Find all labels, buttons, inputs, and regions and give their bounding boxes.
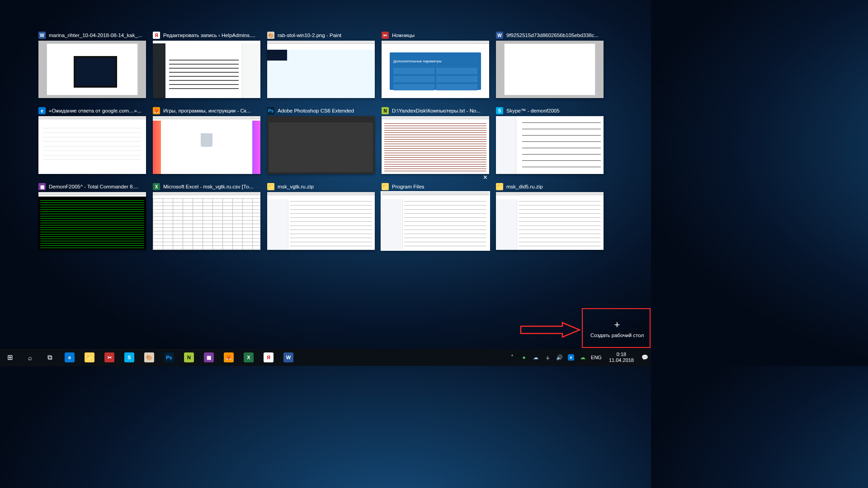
yandex-icon — [153, 32, 160, 39]
tray-edge-icon[interactable] — [567, 354, 575, 361]
window-title: 9f9252515d73d8602656b105ebd338c... — [506, 33, 604, 38]
tray-wifi-icon[interactable]: ⏚ — [544, 354, 551, 361]
tray-volume-icon[interactable]: 🔊 — [556, 354, 563, 361]
tray-action-center-icon[interactable]: 💬 — [641, 354, 648, 361]
task-view-window[interactable]: D:\YandexDisk\Компьютеры.txt - No... — [382, 106, 489, 174]
yandex-icon — [264, 352, 274, 362]
task-view-grid: marina_rihter_10-04-2018-08-14_kak_... Р… — [38, 31, 613, 250]
notepadpp-icon — [184, 352, 194, 362]
window-title: DemonF2005^ - Total Commander 8.... — [49, 184, 146, 189]
new-desktop-button[interactable]: + Создать рабочий стол — [583, 309, 651, 349]
taskbar-edge-button[interactable] — [60, 349, 80, 366]
sk-icon — [496, 107, 503, 114]
window-title: marina_rihter_10-04-2018-08-14_kak_... — [49, 33, 146, 38]
firefox-icon — [224, 352, 234, 362]
window-title: Skype™ - demonf2005 — [506, 108, 604, 113]
taskbar-search-button[interactable]: ⌕ — [20, 349, 40, 366]
taskbar: ⊞⌕⧉ ˄ ● ☁ ⏚ 🔊 ☁ ENG 0:18 11.04.2018 💬 — [0, 349, 651, 366]
window-title: «Ожидание ответа от google.com…»... — [49, 108, 146, 113]
taskbar-explorer-button[interactable] — [80, 349, 99, 366]
photoshop-icon — [164, 352, 174, 362]
new-desktop-label: Создать рабочий стол — [590, 333, 644, 338]
annotation-arrow-icon — [519, 321, 581, 339]
window-title: D:\YandexDisk\Компьютеры.txt - No... — [392, 108, 489, 113]
tray-onedrive-icon[interactable]: ☁ — [532, 354, 539, 361]
ff-icon — [153, 107, 160, 114]
window-title: Ножницы — [392, 33, 489, 38]
taskbar-word-button[interactable] — [278, 349, 298, 366]
task-view-window[interactable]: DemonF2005^ - Total Commander 8.... — [38, 182, 146, 250]
system-tray: ˄ ● ☁ ⏚ 🔊 ☁ ENG 0:18 11.04.2018 💬 — [509, 352, 651, 363]
task-view-window[interactable]: Microsoft Excel - msk_vgtk.ru.csv [То... — [153, 182, 260, 250]
xl-icon — [153, 183, 160, 190]
fld-icon — [267, 183, 274, 190]
paint-icon — [144, 352, 154, 362]
taskbar-notepadpp-button[interactable] — [179, 349, 199, 366]
excel-icon — [244, 352, 254, 362]
taskbar-start-button[interactable]: ⊞ — [0, 349, 20, 366]
task-view-window[interactable]: rab-stol-win10-2.png - Paint — [267, 31, 375, 98]
snip-icon — [382, 32, 389, 39]
taskbar-paint-button[interactable] — [139, 349, 159, 366]
window-title: msk_did5.ru.zip — [506, 184, 604, 189]
tray-clock[interactable]: 0:18 11.04.2018 — [606, 352, 637, 363]
totalcmd-icon — [204, 352, 214, 362]
fld-icon — [382, 183, 389, 190]
taskbar-totalcmd-button[interactable] — [199, 349, 219, 366]
task-view-window[interactable]: msk_vgtk.ru.zip — [267, 182, 375, 250]
tc-icon — [38, 183, 46, 190]
window-title: Adobe Photoshop CS6 Extended — [278, 108, 375, 113]
task-view-window[interactable]: Skype™ - demonf2005 — [496, 106, 604, 174]
plus-icon: + — [614, 320, 620, 330]
window-title: Игры, программы, инструкции - Ск... — [163, 108, 260, 113]
task-view-window[interactable]: Adobe Photoshop CS6 Extended — [267, 106, 375, 174]
tray-language[interactable]: ENG — [591, 355, 602, 360]
taskbar-excel-button[interactable] — [239, 349, 259, 366]
word-icon — [38, 32, 46, 39]
task-view-window[interactable]: Ножницы Дополнительные параметры — [382, 31, 489, 98]
task-view-window[interactable]: Редактировать запись ‹ HelpAdmins.... — [153, 31, 260, 98]
window-title: Редактировать запись ‹ HelpAdmins.... — [163, 33, 260, 38]
edge-icon — [38, 107, 46, 114]
word-icon — [283, 352, 293, 362]
paint-icon — [267, 32, 274, 39]
window-title: msk_vgtk.ru.zip — [278, 184, 375, 189]
task-view-window[interactable]: «Ожидание ответа от google.com…»... — [38, 106, 146, 174]
ps-icon — [267, 107, 274, 114]
taskbar-skype-button[interactable] — [119, 349, 139, 366]
window-title: rab-stol-win10-2.png - Paint — [278, 33, 375, 38]
task-view-window[interactable]: Игры, программы, инструкции - Ск... — [153, 106, 260, 174]
taskbar-taskview-button[interactable]: ⧉ — [40, 349, 60, 366]
word-icon — [496, 32, 503, 39]
task-view-window[interactable]: Program Files ✕ — [382, 182, 489, 250]
fld-icon — [496, 183, 503, 190]
taskbar-firefox-button[interactable] — [219, 349, 239, 366]
taskbar-photoshop-button[interactable] — [159, 349, 179, 366]
skype-icon — [124, 352, 134, 362]
edge-icon — [65, 352, 75, 362]
tray-chevron-icon[interactable]: ˄ — [509, 354, 516, 361]
explorer-icon — [85, 352, 94, 362]
task-view-window[interactable]: marina_rihter_10-04-2018-08-14_kak_... — [38, 31, 146, 98]
npp-icon — [382, 107, 389, 114]
task-view-window[interactable]: msk_did5.ru.zip — [496, 182, 604, 250]
snip-icon — [104, 352, 114, 362]
window-title: Program Files — [392, 184, 489, 189]
tray-cloud-icon[interactable]: ☁ — [579, 354, 586, 361]
close-icon[interactable]: ✕ — [481, 173, 489, 181]
tray-yandexdisk-icon[interactable]: ● — [520, 354, 528, 361]
taskbar-snip-button[interactable] — [99, 349, 119, 366]
window-title: Microsoft Excel - msk_vgtk.ru.csv [То... — [163, 184, 260, 189]
task-view-window[interactable]: 9f9252515d73d8602656b105ebd338c... — [496, 31, 604, 98]
taskbar-yandex-button[interactable] — [259, 349, 278, 366]
